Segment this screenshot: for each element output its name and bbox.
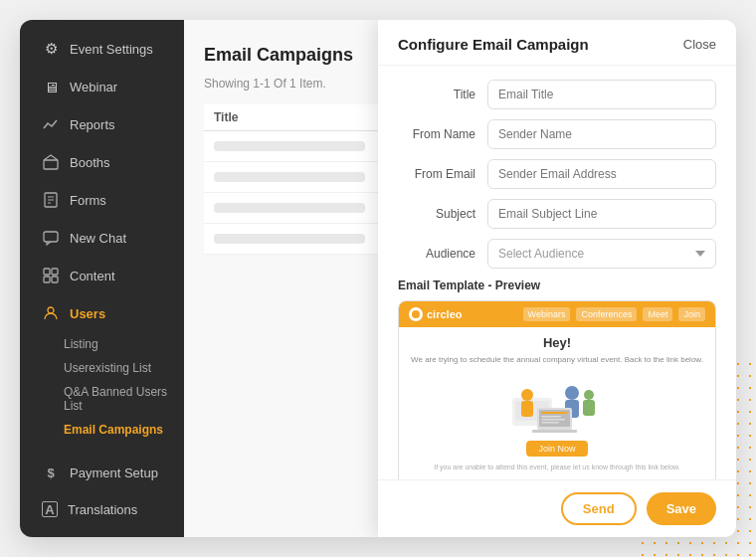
form-row-subject: Subject: [398, 199, 716, 229]
save-button[interactable]: Save: [647, 492, 716, 525]
modal-close-button[interactable]: Close: [683, 37, 716, 52]
svg-point-11: [412, 310, 420, 318]
sidebar-item-label: New Chat: [70, 231, 126, 246]
sidebar-item-translations[interactable]: A Translations: [26, 492, 178, 526]
subject-input[interactable]: [487, 199, 716, 229]
svg-rect-26: [541, 422, 559, 424]
field-label-from-email: From Email: [398, 167, 487, 181]
users-submenu: Listing Userexisting List Q&A Banned Use…: [20, 332, 184, 442]
svg-rect-19: [583, 400, 595, 416]
logo-icon: [409, 307, 423, 321]
chat-icon: [42, 229, 60, 247]
sidebar-item-webinar[interactable]: 🖥 Webinar: [26, 69, 178, 104]
sidebar-item-reports[interactable]: Reports: [26, 106, 178, 142]
sidebar-item-label: Forms: [70, 193, 106, 208]
sidebar-item-label: Webinar: [70, 80, 117, 94]
skeleton-bar: [214, 203, 365, 213]
field-label-title: Title: [398, 88, 487, 101]
email-logo: circleo: [409, 307, 462, 321]
svg-point-10: [48, 307, 54, 313]
svg-point-16: [565, 386, 579, 400]
form-row-from-name: From Name: [398, 119, 716, 149]
sidebar-item-label: Content: [70, 269, 115, 283]
send-button[interactable]: Send: [561, 492, 637, 525]
svg-point-14: [521, 389, 533, 401]
audience-select[interactable]: Select Audience: [487, 239, 716, 269]
svg-rect-5: [44, 232, 58, 242]
modal-body: Title From Name From Email Subject: [378, 66, 736, 479]
field-label-subject: Subject: [398, 207, 487, 221]
svg-rect-24: [541, 416, 561, 418]
email-nav: Webinars Conferences Meet Join: [523, 307, 705, 321]
sidebar-item-label: Users: [70, 306, 105, 321]
submenu-email-campaigns[interactable]: Email Campaigns: [48, 418, 184, 442]
page-title: Email Campaigns: [204, 45, 353, 66]
email-preview-header: circleo Webinars Conferences Meet Join: [399, 301, 715, 327]
template-preview-label: Email Template - Preview: [398, 278, 716, 292]
sidebar-item-label: Event Settings: [70, 42, 153, 57]
svg-rect-6: [44, 269, 50, 275]
main-content: Email Campaigns Create Showing 1-1 Of 1 …: [184, 20, 736, 537]
gear-icon: ⚙: [42, 40, 60, 58]
email-illustration: [411, 373, 703, 433]
users-icon: [42, 304, 60, 322]
sidebar-item-event-settings[interactable]: ⚙ Event Settings: [26, 31, 178, 67]
email-small-text: If you are unable to attend this event, …: [411, 463, 703, 472]
sidebar-item-users[interactable]: Users: [26, 295, 178, 331]
svg-rect-8: [44, 277, 50, 282]
email-nav-item: Webinars: [523, 307, 571, 321]
form-row-audience: Audience Select Audience: [398, 239, 716, 269]
from-name-input[interactable]: [487, 119, 716, 149]
sidebar-item-booths[interactable]: Booths: [26, 144, 178, 180]
submenu-user-existing-list[interactable]: Userexisting List: [48, 356, 184, 380]
sidebar-item-payment-setup[interactable]: $ Payment Setup: [26, 455, 178, 490]
modal-header: Configure Email Campaign Close: [378, 20, 736, 66]
field-label-from-name: From Name: [398, 127, 487, 141]
submenu-qa-banned-users[interactable]: Q&A Banned Users List: [48, 380, 184, 418]
svg-rect-9: [52, 277, 58, 282]
sidebar-item-forms[interactable]: Forms: [26, 182, 178, 218]
svg-rect-25: [541, 419, 565, 421]
configure-email-modal: Configure Email Campaign Close Title Fro…: [378, 20, 736, 537]
booths-icon: [42, 153, 60, 171]
modal-footer: Send Save: [378, 479, 736, 537]
sidebar-item-new-chat[interactable]: New Chat: [26, 220, 178, 256]
app-window: ⚙ Event Settings 🖥 Webinar Reports Booth…: [20, 20, 736, 537]
email-nav-item: Conferences: [576, 307, 637, 321]
monitor-icon: 🖥: [42, 78, 60, 95]
translations-icon: A: [42, 501, 58, 517]
sidebar-item-label: Translations: [68, 502, 137, 517]
email-hey-text: Hey!: [411, 335, 703, 350]
sidebar-item-label: Reports: [70, 117, 115, 132]
submenu-listing[interactable]: Listing: [48, 332, 184, 356]
skeleton-bar: [214, 234, 365, 244]
email-cta-button: Join Now: [526, 441, 587, 457]
from-email-input[interactable]: [487, 159, 716, 189]
svg-rect-0: [44, 160, 58, 169]
email-nav-item: Meet: [643, 307, 672, 321]
skeleton-bar: [214, 172, 365, 182]
sidebar: ⚙ Event Settings 🖥 Webinar Reports Booth…: [20, 20, 184, 537]
sidebar-item-label: Payment Setup: [70, 465, 158, 480]
svg-rect-22: [532, 430, 577, 433]
title-input[interactable]: [487, 80, 716, 109]
email-nav-item: Join: [678, 307, 705, 321]
email-body-text: We are trying to schedule the annual com…: [411, 354, 703, 365]
svg-point-18: [584, 390, 594, 400]
form-row-from-email: From Email: [398, 159, 716, 189]
modal-title: Configure Email Campaign: [398, 36, 589, 53]
sidebar-item-label: Booths: [70, 155, 109, 170]
sidebar-item-content[interactable]: Content: [26, 258, 178, 293]
svg-rect-7: [52, 269, 58, 275]
chart-icon: [42, 115, 60, 133]
skeleton-bar: [214, 141, 365, 151]
email-preview-body: Hey! We are trying to schedule the annua…: [399, 327, 715, 479]
email-template-preview: circleo Webinars Conferences Meet Join H…: [398, 300, 716, 479]
field-label-audience: Audience: [398, 247, 487, 261]
payment-icon: $: [42, 464, 60, 481]
logo-text: circleo: [427, 308, 462, 320]
form-row-title: Title: [398, 80, 716, 109]
svg-rect-15: [521, 401, 533, 417]
content-icon: [42, 267, 60, 284]
forms-icon: [42, 191, 60, 209]
